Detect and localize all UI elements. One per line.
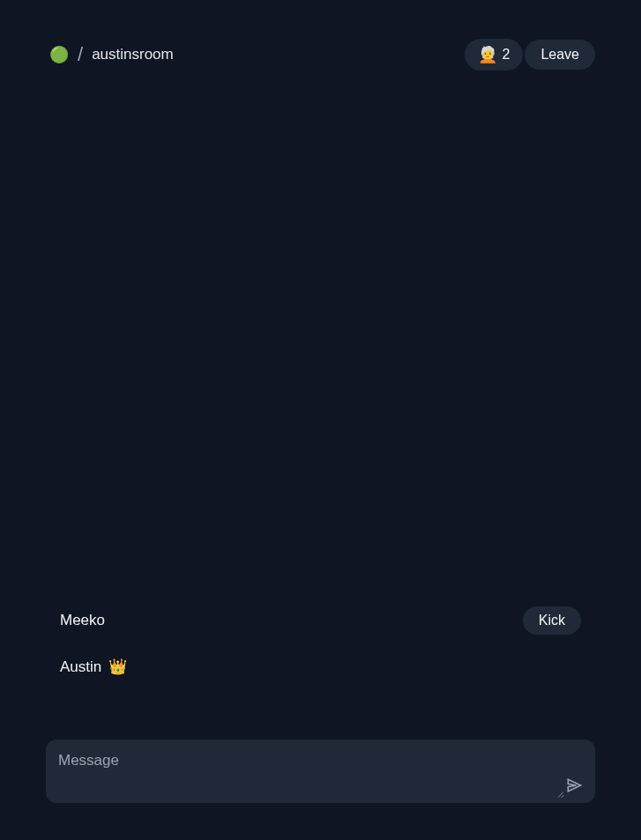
- message-input[interactable]: [46, 740, 565, 803]
- user-count-value: 2: [503, 47, 511, 63]
- user-label: Austin 👑: [60, 658, 127, 676]
- send-icon: [565, 777, 583, 794]
- status-indicator-icon: 🟢: [49, 47, 69, 63]
- user-name: Meeko: [60, 612, 105, 629]
- user-list: Meeko Kick Austin 👑: [46, 606, 595, 676]
- crown-icon: 👑: [108, 658, 127, 676]
- user-label: Meeko: [60, 612, 105, 629]
- user-row: Austin 👑: [46, 658, 595, 676]
- message-bar: [46, 740, 595, 803]
- user-name: Austin: [60, 658, 101, 676]
- header-right: 🧑‍🦳 2 Leave: [465, 39, 596, 71]
- user-count-badge[interactable]: 🧑‍🦳 2: [465, 39, 524, 71]
- room-name: austinsroom: [92, 46, 174, 63]
- user-count-icon: 🧑‍🦳: [478, 45, 497, 64]
- header: 🟢 / austinsroom 🧑‍🦳 2 Leave: [0, 0, 641, 71]
- kick-button[interactable]: Kick: [523, 606, 581, 635]
- user-row: Meeko Kick: [46, 606, 595, 635]
- leave-button[interactable]: Leave: [525, 40, 595, 70]
- path-separator: /: [78, 43, 83, 66]
- header-left: 🟢 / austinsroom: [49, 43, 174, 66]
- send-button[interactable]: [565, 740, 595, 798]
